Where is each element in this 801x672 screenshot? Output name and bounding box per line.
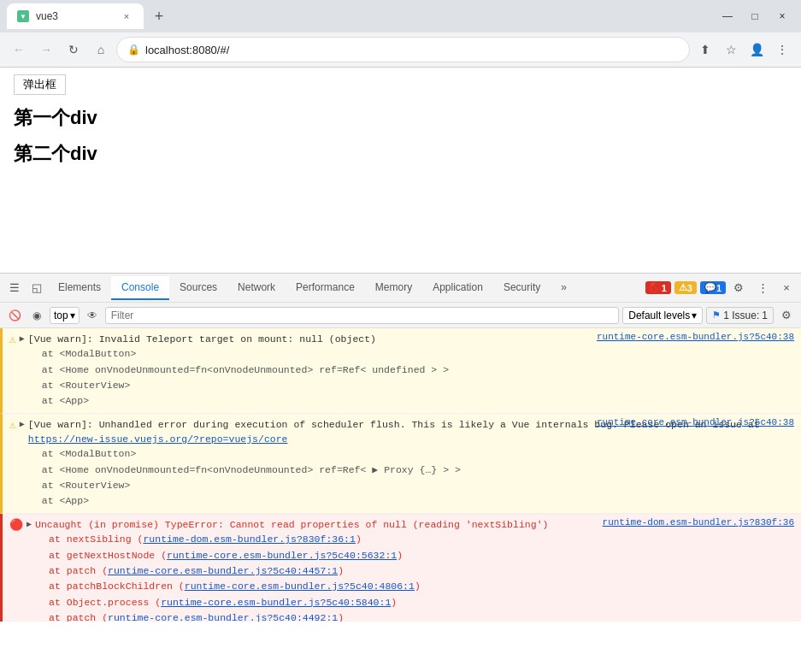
console-filter-input[interactable]: [105, 307, 620, 324]
bookmark-button[interactable]: ☆: [719, 38, 743, 62]
devtools-device-icon[interactable]: ◱: [26, 277, 48, 299]
tab-network[interactable]: Network: [227, 276, 286, 300]
url-text: localhost:8080/#/: [145, 44, 679, 56]
context-selector[interactable]: top ▾: [50, 307, 80, 324]
stack-link-6[interactable]: runtime-core.esm-bundler.js?5c40:4492:1: [108, 612, 338, 622]
save-page-icon[interactable]: ⬆: [693, 38, 717, 62]
warn-badge: ⚠ 3: [674, 281, 697, 294]
tab-elements[interactable]: Elements: [48, 276, 111, 300]
console-message-warn-2: ⚠ ▶ [Vue warn]: Unhandled error during e…: [0, 414, 801, 514]
msg-stack-1: at <ModalButton> at <Home onVnodeUnmount…: [28, 346, 794, 410]
msg-source-3[interactable]: runtime-dom.esm-bundler.js?830f:36: [603, 517, 794, 528]
msg-source-2[interactable]: runtime-core.esm-bundler.js?5c40:38: [597, 417, 794, 427]
minimize-button[interactable]: —: [716, 4, 739, 28]
info-badge: 💬 1: [700, 281, 726, 294]
msg-content-2: [Vue warn]: Unhandled error during execu…: [28, 417, 794, 510]
vue-issue-link[interactable]: https://new-issue.vuejs.org/?repo=vuejs/…: [28, 433, 288, 445]
home-button[interactable]: ⌂: [89, 38, 113, 62]
tab-performance[interactable]: Performance: [286, 276, 365, 300]
toolbar-right: ⬆ ☆ 👤 ⋮: [693, 38, 794, 62]
stack-link-1[interactable]: runtime-dom.esm-bundler.js?830f:36:1: [143, 533, 355, 545]
tab-console[interactable]: Console: [111, 276, 169, 300]
page-content: 弹出框 第一个div 第二个div: [0, 68, 801, 273]
context-label: top: [54, 309, 68, 321]
first-div: 第一个div: [14, 105, 787, 131]
window-controls: — □ ×: [716, 4, 794, 28]
address-input-wrap[interactable]: 🔒 localhost:8080/#/: [116, 37, 690, 62]
warn-icon-2: ⚠: [9, 418, 16, 432]
stack-link-5[interactable]: runtime-core.esm-bundler.js?5c40:5840:1: [161, 597, 391, 608]
tab-close-button[interactable]: ×: [120, 9, 133, 23]
warn-icon-1: ⚠: [9, 333, 16, 346]
tab-sources[interactable]: Sources: [169, 276, 227, 300]
tab-title: vue3: [36, 10, 113, 22]
devtools-tabs-left: ☰ ◱: [3, 277, 48, 299]
refresh-button[interactable]: ↻: [62, 38, 85, 62]
toggle-1[interactable]: ▶: [20, 333, 25, 344]
menu-button[interactable]: ⋮: [770, 38, 794, 62]
console-message-error-1: 🔴 ▶ Uncaught (in promise) TypeError: Can…: [0, 514, 801, 622]
devtools-tab-right: 🚫 1 ⚠ 3 💬 1 ⚙ ⋮ ×: [644, 277, 798, 299]
toggle-3[interactable]: ▶: [27, 519, 32, 529]
msg-source-1[interactable]: runtime-core.esm-bundler.js?5c40:38: [597, 332, 794, 342]
msg-content-1: [Vue warn]: Invalid Teleport target on m…: [28, 332, 794, 410]
msg-stack-3: at nextSibling (runtime-dom.esm-bundler.…: [35, 532, 794, 622]
browser-tab[interactable]: ▼ vue3 ×: [7, 3, 144, 29]
devtools-panel: ☰ ◱ Elements Console Sources Network Per…: [0, 273, 801, 622]
error-icon-1: 🔴: [9, 518, 23, 532]
stack-link-4[interactable]: runtime-core.esm-bundler.js?5c40:4806:1: [185, 581, 415, 592]
stack-link-2[interactable]: runtime-core.esm-bundler.js?5c40:5632:1: [167, 550, 397, 561]
toggle-2[interactable]: ▶: [20, 419, 25, 429]
console-output: ⚠ ▶ [Vue warn]: Invalid Teleport target …: [0, 328, 801, 622]
devtools-settings-icon[interactable]: ⚙: [727, 277, 750, 299]
devtools-tab-bar: ☰ ◱ Elements Console Sources Network Per…: [0, 274, 801, 303]
clear-console-button[interactable]: 🚫: [5, 306, 24, 325]
new-tab-button[interactable]: +: [147, 4, 171, 28]
console-toolbar-right: Default levels ▾ ⚑ 1 Issue: 1 ⚙: [622, 306, 796, 325]
devtools-more-icon[interactable]: ⋮: [751, 277, 774, 299]
error-badge: 🚫 1: [645, 281, 671, 294]
forward-button[interactable]: →: [34, 38, 58, 62]
default-levels-button[interactable]: Default levels ▾: [622, 307, 703, 324]
console-toolbar: 🚫 ◉ top ▾ 👁 Default levels ▾ ⚑ 1 Issue: …: [0, 303, 801, 328]
stack-link-3[interactable]: runtime-core.esm-bundler.js?5c40:4457:1: [108, 565, 338, 576]
tab-security[interactable]: Security: [493, 276, 551, 300]
console-gear-icon[interactable]: ⚙: [777, 306, 796, 325]
issue-badge[interactable]: ⚑ 1 Issue: 1: [706, 307, 774, 324]
console-filter-button[interactable]: ◉: [27, 306, 46, 325]
lock-icon: 🔒: [127, 44, 140, 56]
restore-button[interactable]: □: [743, 4, 767, 28]
eye-button[interactable]: 👁: [83, 306, 102, 325]
default-levels-chevron: ▾: [692, 309, 697, 321]
close-button[interactable]: ×: [770, 4, 794, 28]
tab-application[interactable]: Application: [422, 276, 493, 300]
back-button[interactable]: ←: [7, 38, 31, 62]
tab-bar: ▼ vue3 × +: [7, 3, 716, 29]
tab-memory[interactable]: Memory: [365, 276, 422, 300]
title-bar: ▼ vue3 × + — □ ×: [0, 0, 801, 32]
address-bar: ← → ↻ ⌂ 🔒 localhost:8080/#/ ⬆ ☆ 👤 ⋮: [0, 32, 801, 67]
flag-icon: ⚑: [712, 309, 721, 321]
popup-button[interactable]: 弹出框: [14, 74, 66, 95]
context-chevron: ▾: [70, 309, 75, 321]
tab-more[interactable]: »: [551, 276, 577, 300]
tab-favicon: ▼: [17, 10, 29, 22]
second-div: 第二个div: [14, 141, 787, 167]
devtools-inspect-icon[interactable]: ☰: [3, 277, 26, 299]
devtools-close-icon[interactable]: ×: [775, 277, 798, 299]
profile-button[interactable]: 👤: [745, 38, 769, 62]
msg-stack-2: at <ModalButton> at <Home onVnodeUnmount…: [28, 446, 794, 510]
console-message-warn-1: ⚠ ▶ [Vue warn]: Invalid Teleport target …: [0, 328, 801, 414]
msg-content-3: Uncaught (in promise) TypeError: Cannot …: [35, 517, 794, 622]
